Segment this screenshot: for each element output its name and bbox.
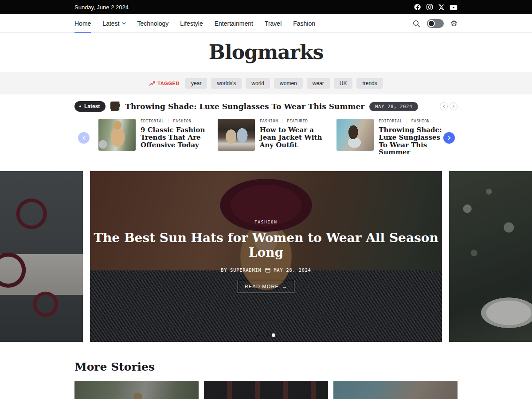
hero-date: MAY 28, 2024 — [274, 268, 311, 273]
carousel-article[interactable]: EDITORIAL | FASHION Throwing Shade: Luxe… — [336, 119, 449, 156]
latest-badge: Latest — [74, 101, 106, 112]
article-thumbnail — [98, 119, 136, 151]
chevron-left-icon — [82, 136, 86, 140]
hero-next-slide[interactable] — [449, 171, 532, 342]
read-more-button[interactable]: READ MORE → — [238, 280, 295, 293]
hero-prev-slide[interactable] — [0, 171, 83, 342]
ticker-date-badge: MAY 28, 2024 — [369, 102, 418, 111]
article-title[interactable]: 9 Classic Fashion Trends That Are Offens… — [141, 126, 211, 149]
chevron-right-icon — [448, 136, 451, 140]
hero-byline: BY SUPERADMIN — [221, 268, 261, 273]
ticker-prev-button[interactable] — [440, 102, 448, 110]
hero-dots — [90, 333, 442, 337]
hero-category[interactable]: FASHION — [254, 220, 278, 224]
article-categories: EDITORIAL | FASHION — [141, 119, 211, 123]
toggle-knob — [428, 20, 435, 27]
carousel-prev-button[interactable] — [78, 132, 90, 144]
nav-item-lifestyle[interactable]: Lifestyle — [180, 14, 203, 33]
latest-section: Latest Throwing Shade: Luxe Sunglasses T… — [0, 94, 532, 171]
more-stories-section: More Stories — [0, 360, 532, 399]
x-twitter-icon[interactable] — [438, 4, 445, 11]
tag-pill[interactable]: world — [246, 78, 270, 89]
story-card-image — [333, 381, 458, 399]
article-thumbnail — [218, 119, 255, 151]
story-card[interactable] — [74, 381, 199, 399]
masthead: Blogmarks — [0, 33, 532, 72]
ticker-nav — [440, 102, 458, 110]
tag-pill[interactable]: UK — [334, 78, 353, 89]
nav-item-entertainment[interactable]: Entertainment — [215, 14, 253, 33]
tag-pill[interactable]: year — [185, 78, 207, 89]
article-title[interactable]: Throwing Shade: Luxe Sunglasses To Wear … — [379, 126, 449, 156]
hero-current-slide: FASHION The Best Sun Hats for Women to W… — [90, 171, 442, 342]
instagram-icon[interactable] — [426, 4, 433, 11]
latest-ticker: Latest Throwing Shade: Luxe Sunglasses T… — [74, 101, 458, 112]
hero-title[interactable]: The Best Sun Hats for Women to Wear All … — [90, 231, 442, 260]
nav-item-fashion[interactable]: Fashion — [293, 14, 315, 33]
hero-dot-2[interactable] — [262, 334, 264, 336]
main-navigation: Home Latest Technology Lifestyle Enterta… — [0, 14, 532, 33]
nav-item-travel[interactable]: Travel — [265, 14, 282, 33]
carousel-article[interactable]: EDITORIAL | FASHION 9 Classic Fashion Tr… — [98, 119, 211, 156]
article-categories: FASHION | FEATURED — [260, 119, 330, 123]
youtube-icon[interactable] — [450, 4, 458, 11]
story-card-image — [74, 381, 199, 399]
article-title[interactable]: How to Wear a Jean Jacket With Any Outfi… — [260, 126, 330, 149]
nav-menu: Home Latest Technology Lifestyle Enterta… — [74, 14, 315, 33]
nav-controls: ⚙ — [413, 19, 458, 28]
carousel-article[interactable]: FASHION | FEATURED How to Wear a Jean Ja… — [218, 119, 330, 156]
tag-pill[interactable]: wear — [307, 78, 330, 89]
nav-item-technology[interactable]: Technology — [137, 14, 169, 33]
chevron-down-icon — [122, 22, 126, 25]
hero-dot-3[interactable] — [267, 334, 269, 336]
trending-up-icon — [149, 81, 155, 86]
social-links — [414, 4, 458, 11]
tag-pill[interactable]: women — [274, 78, 303, 89]
article-thumbnail — [336, 119, 374, 151]
search-icon[interactable] — [413, 20, 420, 27]
ticker-thumbnail — [110, 102, 120, 111]
top-stories-carousel: EDITORIAL | FASHION 9 Classic Fashion Tr… — [74, 119, 458, 171]
tag-pill[interactable]: worlds's — [211, 78, 242, 89]
article-categories: EDITORIAL | FASHION — [379, 119, 449, 123]
ticker-next-button[interactable] — [450, 102, 458, 110]
arrow-right-icon: → — [282, 284, 287, 289]
ticker-headline[interactable]: Throwing Shade: Luxe Sunglasses To Wear … — [125, 102, 364, 111]
chevron-right-icon — [452, 105, 455, 108]
hero-meta: BY SUPERADMIN MAY 28, 2024 — [221, 267, 311, 273]
carousel-next-button[interactable] — [443, 132, 455, 144]
calendar-icon — [265, 267, 270, 273]
story-card-image — [204, 381, 328, 399]
nav-item-latest[interactable]: Latest — [102, 14, 125, 33]
chevron-left-icon — [442, 105, 445, 108]
hero-carousel: FASHION The Best Sun Hats for Women to W… — [0, 171, 532, 342]
live-dot-icon — [79, 106, 81, 107]
story-card[interactable] — [333, 381, 458, 399]
story-card[interactable] — [204, 381, 328, 399]
facebook-icon[interactable] — [414, 4, 421, 11]
hero-dot-1[interactable] — [257, 334, 259, 336]
tagged-label: TAGGED — [149, 81, 180, 86]
current-date: Sunday, June 2 2024 — [74, 4, 129, 11]
settings-gear-icon[interactable]: ⚙ — [450, 20, 458, 27]
tag-pill[interactable]: trends — [356, 78, 383, 89]
section-heading: More Stories — [74, 360, 458, 373]
tagged-bar: TAGGED year worlds's world women wear UK… — [0, 72, 532, 94]
site-logo[interactable]: Blogmarks — [209, 41, 324, 63]
hero-dot-4-active[interactable] — [272, 333, 275, 337]
topbar: Sunday, June 2 2024 — [0, 0, 532, 14]
dark-mode-toggle[interactable] — [427, 19, 444, 28]
nav-item-home[interactable]: Home — [74, 14, 91, 33]
